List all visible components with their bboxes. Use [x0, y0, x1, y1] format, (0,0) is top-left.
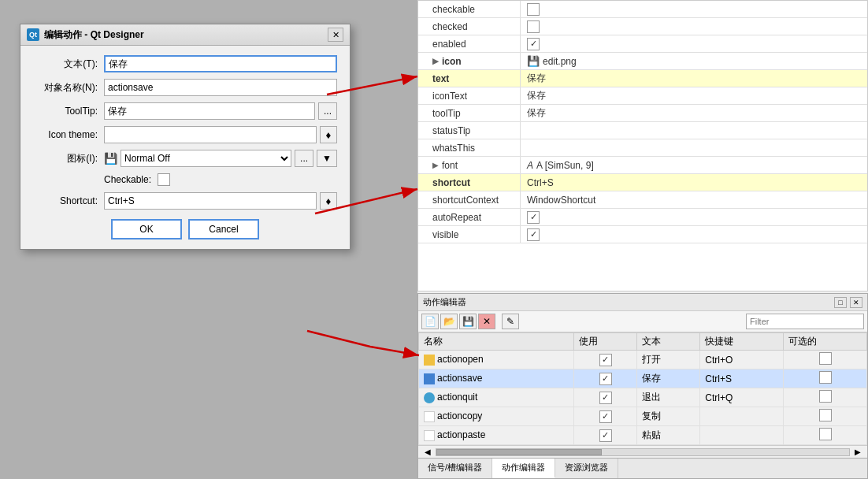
icon-browse-btn[interactable]: ...: [295, 150, 313, 167]
icontheme-row: Icon theme: ♦: [33, 126, 337, 143]
shortcut-btn[interactable]: ♦: [320, 192, 337, 210]
tooltip-label: ToolTip:: [33, 106, 104, 117]
action-cell-used-actioncopy: [574, 407, 637, 426]
action-col-使用: 使用: [574, 333, 637, 351]
action-cell-text-actionquit: 退出: [637, 388, 700, 407]
prop-value-shortcutContext: WindowShortcut: [521, 195, 867, 206]
action-checkable-checkbox-actionsave[interactable]: [819, 371, 832, 384]
icontheme-input[interactable]: [104, 126, 317, 143]
prop-row-icon: ▶icon💾edit.png: [418, 53, 867, 70]
action-cell-name-actionopen: actionopen: [419, 351, 574, 369]
prop-row-autoRepeat: autoRepeat: [418, 209, 867, 226]
dialog-title-text: 编辑动作 - Qt Designer: [44, 28, 144, 42]
prop-name-font: ▶font: [418, 157, 521, 173]
action-cell-name-actioncopy: actioncopy: [419, 407, 574, 426]
tooltip-browse-btn[interactable]: ...: [318, 102, 337, 120]
action-editor-title: 动作编辑器: [423, 296, 466, 308]
action-icon-actioncopy: [424, 411, 435, 422]
action-cell-name-actionpaste: actionpaste: [419, 426, 574, 445]
text-field-row: 文本(T):: [33, 55, 337, 72]
prop-name-visible: visible: [418, 226, 521, 243]
dialog-icon: Qt: [27, 28, 39, 41]
checkable-checkbox[interactable]: [158, 173, 170, 186]
prop-checkbox-autoRepeat[interactable]: [527, 211, 540, 224]
action-used-checkbox-actioncopy[interactable]: [599, 410, 612, 423]
prop-name-statusTip: statusTip: [418, 122, 521, 139]
action-checkable-checkbox-actioncopy[interactable]: [819, 409, 832, 421]
tab-动作编辑器[interactable]: 动作编辑器: [492, 459, 555, 478]
action-cell-used-actionsave: [574, 369, 637, 388]
action-cell-shortcut-actionpaste: [700, 426, 784, 445]
open-action-btn[interactable]: 📂: [440, 314, 458, 329]
ok-button[interactable]: OK: [111, 219, 182, 240]
action-editor-restore-btn[interactable]: □: [834, 297, 847, 308]
cancel-button[interactable]: Cancel: [188, 219, 259, 240]
action-used-checkbox-actionquit[interactable]: [599, 392, 612, 404]
text-field-input[interactable]: [104, 55, 337, 72]
checkable-label: Checkable:: [104, 174, 151, 185]
shortcut-row: Shortcut: ♦: [33, 192, 337, 210]
delete-action-btn[interactable]: ✕: [478, 314, 495, 329]
action-checkable-checkbox-actionopen[interactable]: [819, 352, 832, 365]
prop-row-statusTip: statusTip: [418, 122, 867, 139]
action-used-checkbox-actionopen[interactable]: [599, 354, 612, 366]
scroll-right-btn[interactable]: ▶: [851, 447, 864, 456]
action-icon-actionpaste: [424, 430, 435, 441]
action-checkable-checkbox-actionpaste[interactable]: [819, 428, 832, 440]
action-editor-panel: 动作编辑器 □ ✕ 📄 📂 💾 ✕ ✎ 名称使用文本快捷键可选的 actiono: [417, 293, 868, 479]
action-cell-shortcut-actionquit: Ctrl+Q: [700, 388, 784, 407]
action-table-body: actionopen打开Ctrl+Oactionsave保存Ctrl+Sacti…: [419, 351, 867, 445]
icon-mode-select[interactable]: Normal Off: [121, 150, 291, 167]
action-editor-toolbar: 📄 📂 💾 ✕ ✎: [418, 311, 867, 332]
save-action-btn[interactable]: 💾: [459, 314, 477, 329]
prop-checkbox-checkable[interactable]: [527, 3, 540, 16]
edit-action-dialog: Qt 编辑动作 - Qt Designer ✕ 文本(T): 对象名称(N): …: [20, 24, 351, 250]
prop-name-checkable: checkable: [418, 1, 521, 17]
tab-信号/槽编辑器[interactable]: 信号/槽编辑器: [418, 459, 492, 478]
properties-table: checkablecheckedenabled▶icon💾edit.pngtex…: [417, 0, 868, 291]
prop-row-whatsThis: whatsThis: [418, 139, 867, 157]
icon-field-group: 💾 Normal Off ... ▼: [104, 150, 337, 167]
prop-name-autoRepeat: autoRepeat: [418, 209, 521, 225]
dialog-close-btn[interactable]: ✕: [328, 28, 343, 42]
scroll-left-btn[interactable]: ◀: [421, 447, 434, 456]
icon-dropdown-btn[interactable]: ▼: [317, 150, 337, 167]
prop-value-checked: [521, 20, 867, 33]
action-row-actioncopy[interactable]: actioncopy复制: [419, 407, 867, 426]
action-row-actionquit[interactable]: actionquit退出Ctrl+Q: [419, 388, 867, 407]
action-editor-close-btn[interactable]: ✕: [850, 297, 862, 308]
filter-input[interactable]: [746, 314, 864, 329]
scroll-track[interactable]: [436, 448, 850, 456]
prop-row-checkable: checkable: [418, 1, 867, 18]
prop-checkbox-checked[interactable]: [527, 20, 540, 33]
action-used-checkbox-actionpaste[interactable]: [599, 429, 612, 442]
action-row-actionopen[interactable]: actionopen打开Ctrl+O: [419, 351, 867, 369]
icontheme-btn[interactable]: ♦: [320, 126, 337, 143]
action-checkable-checkbox-actionquit[interactable]: [819, 390, 832, 403]
object-name-input[interactable]: [104, 79, 337, 96]
prop-checkbox-visible[interactable]: [527, 228, 540, 241]
new-action-btn[interactable]: 📄: [421, 314, 439, 329]
prop-name-toolTip: toolTip: [418, 105, 521, 121]
prop-value-shortcut: Ctrl+S: [521, 177, 867, 188]
tab-资源浏览器[interactable]: 资源浏览器: [555, 459, 618, 478]
action-table-header: 名称使用文本快捷键可选的: [419, 333, 867, 351]
action-used-checkbox-actionsave[interactable]: [599, 373, 612, 385]
action-cell-shortcut-actionopen: Ctrl+O: [700, 351, 784, 369]
properties-section: checkablecheckedenabled▶icon💾edit.pngtex…: [418, 1, 867, 243]
action-row-actionpaste[interactable]: actionpaste粘贴: [419, 426, 867, 445]
shortcut-input[interactable]: [104, 192, 317, 210]
icon-field-label: 图标(I):: [33, 152, 104, 165]
action-table: 名称使用文本快捷键可选的 actionopen打开Ctrl+Oactionsav…: [418, 332, 867, 445]
action-cell-text-actioncopy: 复制: [637, 407, 700, 426]
action-row-actionsave[interactable]: actionsave保存Ctrl+S: [419, 369, 867, 388]
edit-action-btn[interactable]: ✎: [502, 314, 519, 329]
prop-value-visible: [521, 228, 867, 241]
bottom-tabs: 信号/槽编辑器动作编辑器资源浏览器: [418, 458, 867, 478]
prop-name-shortcutContext: shortcutContext: [418, 191, 521, 208]
prop-value-toolTip: 保存: [521, 106, 867, 120]
action-cell-checkable-actionquit: [784, 388, 867, 407]
tooltip-input[interactable]: [104, 102, 315, 120]
prop-checkbox-enabled[interactable]: [527, 38, 540, 50]
action-cell-name-actionquit: actionquit: [419, 388, 574, 407]
